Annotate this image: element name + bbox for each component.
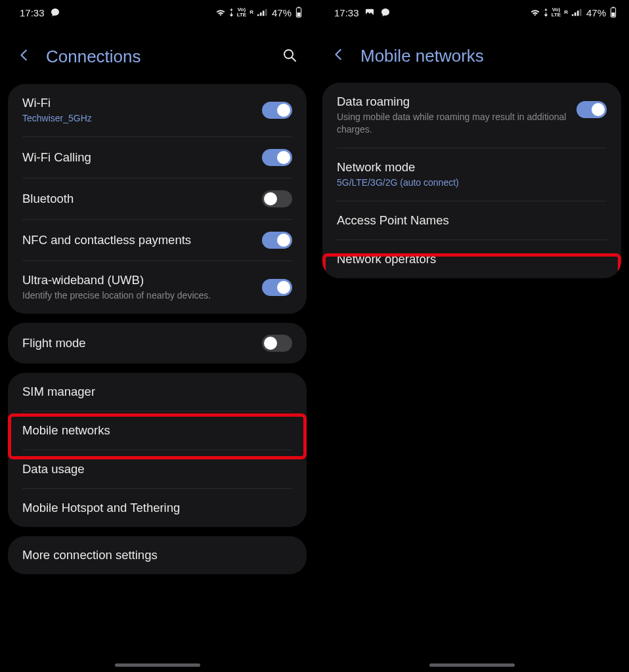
status-battery: 47% [586, 7, 606, 18]
flight-mode-toggle[interactable] [262, 335, 292, 352]
row-mobile-networks[interactable]: Mobile networks [8, 411, 307, 450]
svg-rect-1 [297, 7, 300, 8]
wifi-calling-toggle[interactable] [262, 149, 292, 166]
page-title: Connections [46, 47, 267, 67]
notification-chat-icon [50, 7, 60, 18]
group-flight: Flight mode [8, 323, 307, 364]
wifi-calling-label: Wi-Fi Calling [22, 150, 254, 165]
row-sim-manager[interactable]: SIM manager [8, 373, 307, 411]
nfc-toggle[interactable] [262, 232, 292, 249]
svg-line-4 [292, 58, 295, 61]
row-hotspot[interactable]: Mobile Hotspot and Tethering [8, 489, 307, 527]
page-header: Mobile networks [314, 25, 629, 83]
row-network-operators[interactable]: Network operators [322, 240, 621, 278]
network-operators-label: Network operators [337, 252, 607, 266]
uwb-sub: Identify the precise location of nearby … [22, 289, 254, 302]
sim-manager-label: SIM manager [22, 385, 292, 399]
svg-rect-8 [611, 12, 615, 16]
network-mode-sub: 5G/LTE/3G/2G (auto connect) [337, 177, 607, 189]
back-button[interactable] [329, 45, 349, 67]
bluetooth-label: Bluetooth [22, 192, 254, 206]
svg-rect-2 [297, 12, 300, 16]
svg-rect-7 [612, 7, 615, 8]
more-connection-label: More connection settings [22, 548, 292, 562]
wifi-label: Wi-Fi [22, 96, 254, 110]
status-time: 17:33 [20, 7, 45, 18]
data-roaming-label: Data roaming [337, 94, 569, 109]
mobile-networks-label: Mobile networks [22, 423, 292, 438]
battery-icon [295, 7, 303, 18]
row-wifi-calling[interactable]: Wi-Fi Calling [8, 137, 307, 178]
group-mobile-network-settings: Data roaming Using mobile data while roa… [322, 83, 621, 278]
row-data-usage[interactable]: Data usage [8, 450, 307, 488]
row-flight-mode[interactable]: Flight mode [8, 323, 307, 364]
row-bluetooth[interactable]: Bluetooth [8, 178, 307, 219]
data-usage-label: Data usage [22, 462, 292, 476]
row-network-mode[interactable]: Network mode 5G/LTE/3G/2G (auto connect) [322, 148, 621, 201]
uwb-toggle[interactable] [262, 279, 292, 296]
group-more: More connection settings [8, 536, 307, 574]
row-data-roaming[interactable]: Data roaming Using mobile data while roa… [322, 83, 621, 148]
page-header: Connections [0, 25, 314, 84]
phone-right-mobile-networks: 17:33 Vo)LTE R 47% Mobile networks Data … [314, 0, 629, 672]
network-mode-label: Network mode [337, 160, 607, 175]
svg-point-3 [284, 50, 293, 58]
group-wireless: Wi-Fi Techwiser_5GHz Wi-Fi Calling Bluet… [8, 84, 307, 314]
bluetooth-toggle[interactable] [262, 190, 292, 207]
wifi-plus-icon [229, 9, 234, 16]
uwb-label: Ultra-wideband (UWB) [22, 273, 254, 287]
roaming-r-icon: R [249, 10, 253, 15]
page-title: Mobile networks [360, 46, 615, 66]
signal-icon [571, 9, 582, 16]
search-icon [282, 47, 297, 63]
status-bar: 17:33 Vo)LTE R 47% [314, 0, 629, 25]
apn-label: Access Point Names [337, 213, 607, 228]
chevron-left-icon [332, 47, 346, 62]
status-time: 17:33 [334, 7, 359, 18]
wifi-toggle[interactable] [262, 102, 292, 119]
status-bar: 17:33 Vo)LTE R 47% [0, 0, 314, 25]
back-button[interactable] [14, 45, 34, 68]
wifi-sub: Techwiser_5GHz [22, 112, 254, 125]
volte-icon: Vo)LTE [237, 7, 247, 18]
phone-left-connections: 17:33 Vo)LTE R 47% Connections Wi-Fi T [0, 0, 314, 672]
nfc-label: NFC and contactless payments [22, 233, 254, 247]
data-roaming-toggle[interactable] [576, 101, 607, 118]
row-nfc[interactable]: NFC and contactless payments [8, 220, 307, 261]
battery-icon [609, 7, 617, 18]
search-button[interactable] [279, 45, 300, 68]
roaming-r-icon: R [564, 10, 568, 15]
row-apn[interactable]: Access Point Names [322, 201, 621, 240]
status-battery: 47% [272, 7, 292, 18]
row-more-connection-settings[interactable]: More connection settings [8, 536, 307, 574]
data-roaming-sub: Using mobile data while roaming may resu… [337, 111, 569, 136]
row-uwb[interactable]: Ultra-wideband (UWB) Identify the precis… [8, 261, 307, 314]
notification-chat-icon [380, 7, 391, 18]
chevron-left-icon [17, 48, 32, 62]
notification-image-icon [364, 7, 375, 18]
wifi-icon [215, 9, 226, 16]
flight-mode-label: Flight mode [22, 336, 254, 350]
hotspot-label: Mobile Hotspot and Tethering [22, 501, 292, 515]
volte-icon: Vo)LTE [552, 7, 561, 18]
gesture-bar[interactable] [115, 663, 200, 667]
gesture-bar[interactable] [429, 663, 515, 667]
row-wifi[interactable]: Wi-Fi Techwiser_5GHz [8, 84, 307, 136]
wifi-plus-icon [544, 9, 548, 16]
wifi-icon [530, 9, 540, 16]
signal-icon [257, 9, 267, 16]
group-sim-data: SIM manager Mobile networks Data usage M… [8, 373, 307, 527]
